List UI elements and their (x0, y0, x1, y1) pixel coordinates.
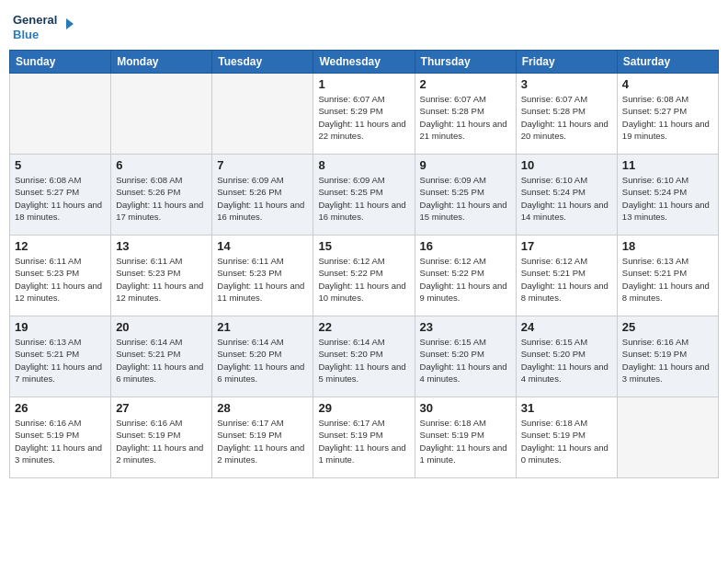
day-info: Sunrise: 6:12 AMSunset: 5:22 PMDaylight:… (420, 255, 511, 304)
day-info: Sunrise: 6:17 AMSunset: 5:19 PMDaylight:… (217, 417, 308, 465)
day-number: 20 (116, 320, 207, 334)
day-number: 9 (420, 158, 511, 172)
day-info: Sunrise: 6:07 AMSunset: 5:29 PMDaylight:… (318, 93, 409, 142)
column-header-sunday: Sunday (10, 51, 111, 74)
day-info: Sunrise: 6:14 AMSunset: 5:20 PMDaylight:… (318, 336, 409, 385)
column-header-tuesday: Tuesday (212, 51, 313, 74)
day-info: Sunrise: 6:11 AMSunset: 5:23 PMDaylight:… (116, 255, 207, 304)
day-cell-31: 31Sunrise: 6:18 AMSunset: 5:19 PMDayligh… (516, 397, 617, 478)
week-row-4: 19Sunrise: 6:13 AMSunset: 5:21 PMDayligh… (10, 316, 719, 397)
day-cell-22: 22Sunrise: 6:14 AMSunset: 5:20 PMDayligh… (313, 316, 415, 397)
empty-cell (617, 397, 718, 478)
day-number: 10 (521, 158, 612, 172)
empty-cell (10, 74, 111, 155)
day-cell-5: 5Sunrise: 6:08 AMSunset: 5:27 PMDaylight… (10, 155, 111, 236)
day-number: 30 (420, 401, 511, 415)
day-cell-30: 30Sunrise: 6:18 AMSunset: 5:19 PMDayligh… (415, 397, 516, 478)
day-cell-12: 12Sunrise: 6:11 AMSunset: 5:23 PMDayligh… (10, 236, 111, 316)
day-cell-16: 16Sunrise: 6:12 AMSunset: 5:22 PMDayligh… (415, 236, 516, 316)
empty-cell (111, 74, 212, 155)
day-number: 6 (116, 158, 207, 172)
day-cell-10: 10Sunrise: 6:10 AMSunset: 5:24 PMDayligh… (516, 155, 617, 236)
day-cell-19: 19Sunrise: 6:13 AMSunset: 5:21 PMDayligh… (10, 316, 111, 397)
day-number: 14 (217, 239, 308, 253)
day-number: 23 (420, 320, 511, 334)
day-number: 29 (318, 401, 409, 415)
column-header-monday: Monday (111, 51, 212, 74)
week-row-2: 5Sunrise: 6:08 AMSunset: 5:27 PMDaylight… (10, 155, 719, 236)
logo-svg: General Blue (13, 9, 77, 46)
day-info: Sunrise: 6:16 AMSunset: 5:19 PMDaylight:… (622, 336, 713, 385)
day-cell-15: 15Sunrise: 6:12 AMSunset: 5:22 PMDayligh… (313, 236, 415, 316)
day-info: Sunrise: 6:18 AMSunset: 5:19 PMDaylight:… (420, 417, 511, 465)
day-cell-20: 20Sunrise: 6:14 AMSunset: 5:21 PMDayligh… (111, 316, 212, 397)
day-cell-23: 23Sunrise: 6:15 AMSunset: 5:20 PMDayligh… (415, 316, 516, 397)
day-cell-6: 6Sunrise: 6:08 AMSunset: 5:26 PMDaylight… (111, 155, 212, 236)
day-info: Sunrise: 6:07 AMSunset: 5:28 PMDaylight:… (521, 93, 612, 142)
day-number: 31 (521, 401, 612, 415)
day-info: Sunrise: 6:11 AMSunset: 5:23 PMDaylight:… (15, 255, 106, 304)
day-cell-9: 9Sunrise: 6:09 AMSunset: 5:25 PMDaylight… (415, 155, 516, 236)
day-number: 17 (521, 239, 612, 253)
day-info: Sunrise: 6:08 AMSunset: 5:26 PMDaylight:… (116, 174, 207, 223)
day-number: 21 (217, 320, 308, 334)
day-number: 7 (217, 158, 308, 172)
day-info: Sunrise: 6:15 AMSunset: 5:20 PMDaylight:… (521, 336, 612, 385)
calendar-header-row: SundayMondayTuesdayWednesdayThursdayFrid… (10, 51, 719, 74)
day-info: Sunrise: 6:10 AMSunset: 5:24 PMDaylight:… (622, 174, 713, 223)
day-number: 12 (15, 239, 106, 253)
day-number: 24 (521, 320, 612, 334)
column-header-wednesday: Wednesday (313, 51, 415, 74)
day-info: Sunrise: 6:08 AMSunset: 5:27 PMDaylight:… (15, 174, 106, 223)
day-number: 3 (521, 77, 612, 91)
day-info: Sunrise: 6:15 AMSunset: 5:20 PMDaylight:… (420, 336, 511, 385)
day-info: Sunrise: 6:16 AMSunset: 5:19 PMDaylight:… (116, 417, 207, 465)
day-number: 27 (116, 401, 207, 415)
day-info: Sunrise: 6:14 AMSunset: 5:21 PMDaylight:… (116, 336, 207, 385)
day-info: Sunrise: 6:13 AMSunset: 5:21 PMDaylight:… (622, 255, 713, 304)
day-info: Sunrise: 6:09 AMSunset: 5:25 PMDaylight:… (318, 174, 409, 223)
day-cell-27: 27Sunrise: 6:16 AMSunset: 5:19 PMDayligh… (111, 397, 212, 478)
day-info: Sunrise: 6:09 AMSunset: 5:26 PMDaylight:… (217, 174, 308, 223)
day-info: Sunrise: 6:17 AMSunset: 5:19 PMDaylight:… (318, 417, 409, 465)
svg-marker-2 (66, 18, 74, 29)
day-cell-13: 13Sunrise: 6:11 AMSunset: 5:23 PMDayligh… (111, 236, 212, 316)
day-cell-24: 24Sunrise: 6:15 AMSunset: 5:20 PMDayligh… (516, 316, 617, 397)
day-cell-8: 8Sunrise: 6:09 AMSunset: 5:25 PMDaylight… (313, 155, 415, 236)
day-info: Sunrise: 6:09 AMSunset: 5:25 PMDaylight:… (420, 174, 511, 223)
week-row-3: 12Sunrise: 6:11 AMSunset: 5:23 PMDayligh… (10, 236, 719, 316)
svg-text:General: General (13, 13, 57, 27)
day-number: 25 (622, 320, 713, 334)
empty-cell (212, 74, 313, 155)
week-row-5: 26Sunrise: 6:16 AMSunset: 5:19 PMDayligh… (10, 397, 719, 478)
page-header: General Blue (9, 9, 719, 46)
day-number: 19 (15, 320, 106, 334)
day-info: Sunrise: 6:16 AMSunset: 5:19 PMDaylight:… (15, 417, 106, 465)
day-number: 26 (15, 401, 106, 415)
day-number: 2 (420, 77, 511, 91)
day-number: 8 (318, 158, 409, 172)
day-cell-21: 21Sunrise: 6:14 AMSunset: 5:20 PMDayligh… (212, 316, 313, 397)
day-cell-7: 7Sunrise: 6:09 AMSunset: 5:26 PMDaylight… (212, 155, 313, 236)
day-info: Sunrise: 6:07 AMSunset: 5:28 PMDaylight:… (420, 93, 511, 142)
day-info: Sunrise: 6:11 AMSunset: 5:23 PMDaylight:… (217, 255, 308, 304)
day-info: Sunrise: 6:10 AMSunset: 5:24 PMDaylight:… (521, 174, 612, 223)
day-cell-14: 14Sunrise: 6:11 AMSunset: 5:23 PMDayligh… (212, 236, 313, 316)
day-cell-29: 29Sunrise: 6:17 AMSunset: 5:19 PMDayligh… (313, 397, 415, 478)
calendar-table: SundayMondayTuesdayWednesdayThursdayFrid… (9, 50, 719, 478)
day-info: Sunrise: 6:14 AMSunset: 5:20 PMDaylight:… (217, 336, 308, 385)
day-info: Sunrise: 6:08 AMSunset: 5:27 PMDaylight:… (622, 93, 713, 142)
day-cell-25: 25Sunrise: 6:16 AMSunset: 5:19 PMDayligh… (617, 316, 718, 397)
day-cell-17: 17Sunrise: 6:12 AMSunset: 5:21 PMDayligh… (516, 236, 617, 316)
day-number: 22 (318, 320, 409, 334)
day-info: Sunrise: 6:12 AMSunset: 5:22 PMDaylight:… (318, 255, 409, 304)
day-number: 18 (622, 239, 713, 253)
day-number: 13 (116, 239, 207, 253)
day-cell-3: 3Sunrise: 6:07 AMSunset: 5:28 PMDaylight… (516, 74, 617, 155)
day-number: 4 (622, 77, 713, 91)
week-row-1: 1Sunrise: 6:07 AMSunset: 5:29 PMDaylight… (10, 74, 719, 155)
column-header-thursday: Thursday (415, 51, 516, 74)
day-number: 5 (15, 158, 106, 172)
day-cell-4: 4Sunrise: 6:08 AMSunset: 5:27 PMDaylight… (617, 74, 718, 155)
day-number: 1 (318, 77, 409, 91)
